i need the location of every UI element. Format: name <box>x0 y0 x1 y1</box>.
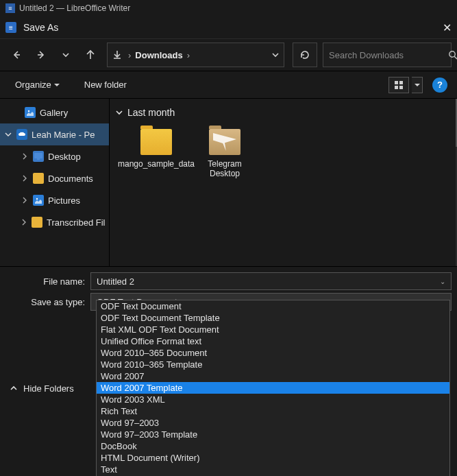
file-content-area[interactable]: Last month mango_sample_data Telegram De… <box>110 99 457 266</box>
group-label: Last month <box>127 107 175 118</box>
dropdown-item[interactable]: Word 2003 XML <box>97 394 449 405</box>
sidebar-item-pictures[interactable]: Pictures <box>0 189 109 211</box>
svg-rect-1 <box>395 81 398 84</box>
dropdown-item[interactable]: Word 2007 <box>97 370 449 382</box>
caret-down-icon <box>54 82 60 88</box>
sidebar-item-documents[interactable]: Documents <box>0 167 109 189</box>
breadcrumb[interactable]: › Downloads › <box>107 43 284 67</box>
folder-icon <box>33 173 44 184</box>
back-button[interactable] <box>5 44 27 66</box>
sidebar-item-desktop[interactable]: Desktop <box>0 145 109 167</box>
app-title: Untitled 2 — LibreOffice Writer <box>19 3 130 13</box>
view-mode-button[interactable] <box>388 77 409 93</box>
sidebar-item-gallery[interactable]: Gallery <box>0 102 109 123</box>
sidebar-item-label: Documents <box>48 174 93 184</box>
group-header[interactable]: Last month <box>115 104 452 121</box>
desktop-icon <box>33 151 44 162</box>
breadcrumb-location[interactable]: Downloads <box>132 50 185 60</box>
save-doc-icon: ≡ <box>5 22 16 33</box>
savetype-label: Save as type: <box>5 297 90 307</box>
dialog-titlebar: ≡ Save As ✕ <box>0 16 457 38</box>
chevron-right-icon[interactable] <box>21 153 29 160</box>
caret-down-icon <box>415 82 420 88</box>
dropdown-item[interactable]: Word 97–2003 Template <box>97 429 449 440</box>
dropdown-item[interactable]: HTML Document (Writer) <box>97 452 449 464</box>
arrow-right-icon <box>36 49 47 60</box>
sidebar-item-label: Leah Marie - Pe <box>32 130 95 140</box>
chevron-down-icon <box>115 108 123 117</box>
toolbar: Organize New folder ? <box>0 71 457 99</box>
refresh-button[interactable] <box>293 43 317 67</box>
footer: Hide Folders <box>0 377 84 399</box>
breadcrumb-dropdown[interactable] <box>271 51 280 59</box>
writer-doc-icon: ≡ <box>5 3 15 13</box>
help-button[interactable]: ? <box>432 78 447 93</box>
chevron-down-icon <box>271 51 280 59</box>
view-mode-dropdown[interactable] <box>412 77 423 93</box>
chevron-right-icon[interactable] <box>21 175 29 182</box>
arrow-up-icon <box>85 49 96 60</box>
folder-label: Telegram Desktop <box>197 159 252 179</box>
forward-button[interactable] <box>30 44 52 66</box>
svg-rect-7 <box>34 153 42 158</box>
search-input[interactable] <box>329 50 444 60</box>
dropdown-item[interactable]: Unified Office Format text <box>97 335 449 347</box>
dialog-title: Save As <box>23 22 58 33</box>
chevron-down-icon[interactable] <box>4 131 12 138</box>
sidebar-item-onedrive[interactable]: Leah Marie - Pe <box>0 123 109 145</box>
filename-label: File name: <box>5 276 90 287</box>
sidebar-item-label: Gallery <box>40 108 68 118</box>
chevron-right-icon[interactable] <box>21 197 29 204</box>
savetype-dropdown-list[interactable]: ODF Text DocumentODF Text Document Templ… <box>96 300 450 476</box>
svg-rect-8 <box>37 158 40 160</box>
new-folder-button[interactable]: New folder <box>79 77 132 93</box>
organize-button[interactable]: Organize <box>10 77 65 93</box>
gallery-icon <box>25 107 36 118</box>
svg-rect-4 <box>399 86 403 89</box>
filename-value: Untitled 2 <box>97 276 134 287</box>
folder-row: mango_sample_data Telegram Desktop <box>115 129 452 179</box>
sidebar-item-transcribed[interactable]: Transcribed Fil <box>0 211 109 233</box>
dropdown-item[interactable]: Word 2010–365 Document <box>97 347 449 359</box>
dropdown-item[interactable]: Word 2010–365 Template <box>97 359 449 370</box>
chevron-down-icon <box>62 51 70 59</box>
download-icon <box>112 49 123 60</box>
dropdown-item[interactable]: ODF Text Document Template <box>97 312 449 324</box>
navbar: › Downloads › <box>0 38 457 71</box>
svg-rect-3 <box>395 86 398 89</box>
body: Gallery Leah Marie - Pe Desktop Document… <box>0 99 457 266</box>
dropdown-item[interactable]: Rich Text <box>97 405 449 417</box>
folder-icon <box>140 129 172 155</box>
chevron-right-icon[interactable] <box>21 219 27 226</box>
dropdown-item[interactable]: Flat XML ODF Text Document <box>97 324 449 335</box>
sidebar-item-label: Desktop <box>48 152 81 162</box>
folder-item[interactable]: Telegram Desktop <box>197 129 252 179</box>
recent-dropdown[interactable] <box>55 44 77 66</box>
filename-dropdown-icon[interactable]: ⌄ <box>440 278 445 285</box>
svg-point-10 <box>36 198 38 200</box>
svg-point-0 <box>449 51 455 57</box>
dropdown-item[interactable]: Text <box>97 464 449 475</box>
up-button[interactable] <box>79 44 101 66</box>
dropdown-item[interactable]: ODF Text Document <box>97 300 449 312</box>
close-button[interactable]: ✕ <box>443 21 452 34</box>
folder-label: mango_sample_data <box>118 159 195 169</box>
dropdown-item[interactable]: Word 2007 Template <box>97 382 449 394</box>
chevron-right-icon: › <box>186 50 191 60</box>
chevron-up-icon <box>10 384 18 392</box>
search-icon[interactable] <box>448 50 457 60</box>
svg-rect-2 <box>399 81 403 84</box>
hide-folders-button[interactable]: Hide Folders <box>10 383 74 394</box>
hide-folders-label: Hide Folders <box>23 383 74 394</box>
dropdown-item[interactable]: DocBook <box>97 440 449 452</box>
refresh-icon <box>299 49 310 60</box>
onedrive-icon <box>16 129 27 140</box>
dropdown-item[interactable]: Word 97–2003 <box>97 417 449 429</box>
chevron-right-icon: › <box>127 50 132 60</box>
sidebar: Gallery Leah Marie - Pe Desktop Document… <box>0 99 110 266</box>
new-folder-label: New folder <box>84 80 127 90</box>
filename-field[interactable]: Untitled 2 ⌄ <box>90 272 452 290</box>
sidebar-item-label: Pictures <box>48 195 80 206</box>
folder-item[interactable]: mango_sample_data <box>129 129 184 179</box>
search-box[interactable] <box>323 43 452 67</box>
